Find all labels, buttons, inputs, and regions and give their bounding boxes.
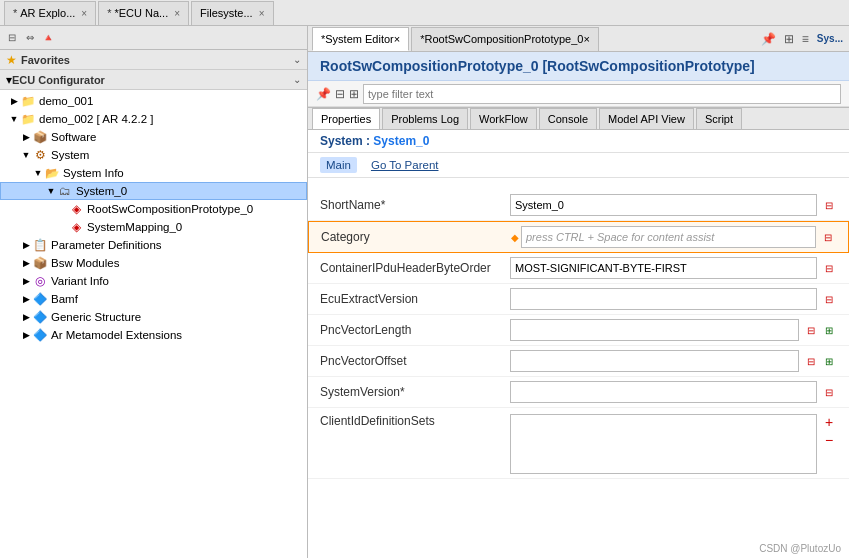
prop-value-client[interactable] <box>510 414 817 474</box>
right-tab-bar: *System Editor × *RootSwCompositionProto… <box>308 26 849 52</box>
bamf-icon: 🔷 <box>32 291 48 307</box>
tab-console-label: Console <box>548 113 588 125</box>
filter-btn[interactable]: 🔺 <box>40 30 56 46</box>
prop-value-container[interactable]: MOST-SIGNIFICANT-BYTE-FIRST <box>510 257 817 279</box>
props-tab-bar: Properties Problems Log WorkFlow Console… <box>308 108 849 130</box>
prop-actions-client: + − <box>821 414 837 448</box>
tab-problems-log[interactable]: Problems Log <box>382 108 468 129</box>
prop-action-remove-ecu-extract[interactable]: ⊟ <box>821 291 837 307</box>
tab-rootsw[interactable]: *RootSwCompositionPrototype_0 × <box>411 27 599 51</box>
collapse-all-btn[interactable]: ⊟ <box>4 30 20 46</box>
tree-item-bsw[interactable]: ▶ 📦 Bsw Modules <box>0 254 307 272</box>
tab-system-editor-close[interactable]: × <box>394 33 400 45</box>
main-layout: ⊟ ⇔ 🔺 ★ Favorites ⌄ ▾ ECU Configurator ⌄… <box>0 26 849 558</box>
tab-workflow[interactable]: WorkFlow <box>470 108 537 129</box>
tab-properties[interactable]: Properties <box>312 108 380 129</box>
prop-action-add-client[interactable]: + <box>821 414 837 430</box>
label-systemmapping: SystemMapping_0 <box>87 221 307 233</box>
prop-value-shortname[interactable]: System_0 <box>510 194 817 216</box>
info-icon: 📂 <box>44 165 60 181</box>
star-icon: ★ <box>6 53 17 67</box>
right-title: RootSwCompositionPrototype_0 [RootSwComp… <box>308 52 849 81</box>
tree-item-param-def[interactable]: ▶ 📋 Parameter Definitions <box>0 236 307 254</box>
tree-item-software[interactable]: ▶ 📦 Software <box>0 128 307 146</box>
bottom-panel: Properties Problems Log WorkFlow Console… <box>308 107 849 558</box>
tab-rootsw-close[interactable]: × <box>583 33 589 45</box>
prop-value-pnc-length[interactable] <box>510 319 799 341</box>
prop-action-remove-client[interactable]: − <box>821 432 837 448</box>
prop-actions-sysversion: ⊟ <box>821 384 837 400</box>
tab-ar-explo-modified: * <box>13 7 17 19</box>
tab-ar-explo[interactable]: * AR Explo... × <box>4 1 96 25</box>
label-demo002: demo_002 [ AR 4.2.2 ] <box>39 113 307 125</box>
tree-item-variant[interactable]: ▶ ◎ Variant Info <box>0 272 307 290</box>
prop-value-sysversion[interactable] <box>510 381 817 403</box>
system-name: System_0 <box>373 134 429 148</box>
category-dot: ◆ <box>511 232 519 243</box>
tab-filesyste[interactable]: Filesyste... × <box>191 1 273 25</box>
arrow-system-info: ▼ <box>32 168 44 178</box>
prop-actions-shortname: ⊟ <box>821 197 837 213</box>
prop-action-remove-sysversion[interactable]: ⊟ <box>821 384 837 400</box>
prop-action-remove-shortname[interactable]: ⊟ <box>821 197 837 213</box>
arrow-param-def: ▶ <box>20 240 32 250</box>
arrow-generic: ▶ <box>20 312 32 322</box>
filter-input[interactable] <box>363 84 841 104</box>
tab-model-api-label: Model API View <box>608 113 685 125</box>
arrow-system0: ▼ <box>45 186 57 196</box>
right-panel: *System Editor × *RootSwCompositionProto… <box>308 26 849 558</box>
arrow-variant: ▶ <box>20 276 32 286</box>
prop-actions-category: ⊟ <box>820 229 836 245</box>
tree-item-bamf[interactable]: ▶ 🔷 Bamf <box>0 290 307 308</box>
tab-filesyste-close[interactable]: × <box>259 8 265 19</box>
folder-icon-demo001: 📁 <box>20 93 36 109</box>
tab-script[interactable]: Script <box>696 108 742 129</box>
favorites-pin[interactable]: ⌄ <box>293 54 301 65</box>
prop-row-container: ContainerIPduHeaderByteOrder MOST-SIGNIF… <box>308 253 849 284</box>
prop-action-add-pnc-length[interactable]: ⊞ <box>821 322 837 338</box>
tab-problems-log-label: Problems Log <box>391 113 459 125</box>
tree-item-demo002[interactable]: ▼ 📁 demo_002 [ AR 4.2.2 ] <box>0 110 307 128</box>
tab-system-editor[interactable]: *System Editor × <box>312 27 409 51</box>
prop-row-ecu-extract: EcuExtractVersion ⊟ <box>308 284 849 315</box>
extra-icon[interactable]: ≡ <box>800 30 811 48</box>
prop-action-remove-pnc-length[interactable]: ⊟ <box>803 322 819 338</box>
tab-ecu-na-close[interactable]: × <box>174 8 180 19</box>
prop-row-client: ClientIdDefinitionSets + − <box>308 408 849 479</box>
prop-action-remove-pnc-offset[interactable]: ⊟ <box>803 353 819 369</box>
ecu-configurator-label: ECU Configurator <box>12 74 105 86</box>
tree-item-system-info[interactable]: ▼ 📂 System Info <box>0 164 307 182</box>
label-bamf: Bamf <box>51 293 307 305</box>
prop-action-remove-container[interactable]: ⊟ <box>821 260 837 276</box>
tab-ecu-na[interactable]: * *ECU Na... × <box>98 1 189 25</box>
tree-item-systemmapping[interactable]: ▶ ◈ SystemMapping_0 <box>0 218 307 236</box>
prop-value-ecu-extract[interactable] <box>510 288 817 310</box>
prop-action-add-pnc-offset[interactable]: ⊞ <box>821 353 837 369</box>
pin-icon[interactable]: 📌 <box>759 30 778 48</box>
prop-row-pnc-length: PncVectorLength ⊟ ⊞ <box>308 315 849 346</box>
tree-item-demo001[interactable]: ▶ 📁 demo_001 <box>0 92 307 110</box>
tree-item-system[interactable]: ▼ ⚙ System <box>0 146 307 164</box>
tab-model-api[interactable]: Model API View <box>599 108 694 129</box>
tree-item-system0[interactable]: ▼ 🗂 System_0 <box>0 182 307 200</box>
nav-tab-main[interactable]: Main <box>320 157 357 173</box>
ecu-configurator-pin[interactable]: ⌄ <box>293 74 301 85</box>
prop-action-remove-category[interactable]: ⊟ <box>820 229 836 245</box>
prop-label-shortname: ShortName* <box>320 198 510 212</box>
layout-icon[interactable]: ⊞ <box>782 30 796 48</box>
nav-tab-goto-parent[interactable]: Go To Parent <box>365 157 445 173</box>
left-panel: ⊟ ⇔ 🔺 ★ Favorites ⌄ ▾ ECU Configurator ⌄… <box>0 26 308 558</box>
prop-value-pnc-offset[interactable] <box>510 350 799 372</box>
tree-item-ar[interactable]: ▶ 🔷 Ar Metamodel Extensions <box>0 326 307 344</box>
tab-console[interactable]: Console <box>539 108 597 129</box>
tab-ar-explo-close[interactable]: × <box>81 8 87 19</box>
left-toolbar: ⊟ ⇔ 🔺 <box>0 26 307 50</box>
tree-item-rootsw[interactable]: ▶ ◈ RootSwCompositionPrototype_0 <box>0 200 307 218</box>
favorites-label: Favorites <box>21 54 70 66</box>
prop-value-category[interactable]: press CTRL + Space for content assist <box>521 226 816 248</box>
label-software: Software <box>51 131 307 143</box>
arrow-demo002: ▼ <box>8 114 20 124</box>
tree-item-generic[interactable]: ▶ 🔷 Generic Structure <box>0 308 307 326</box>
link-btn[interactable]: ⇔ <box>22 30 38 46</box>
label-system-info: System Info <box>63 167 307 179</box>
